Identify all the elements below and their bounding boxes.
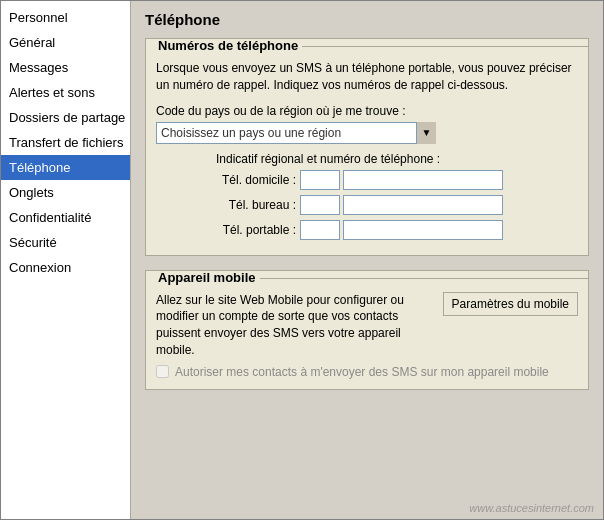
phone-row-portable: Tél. portable : bbox=[196, 220, 578, 240]
section-mobile: Appareil mobile Allez sur le site Web Mo… bbox=[145, 270, 589, 390]
sidebar-item-alertes[interactable]: Alertes et sons bbox=[1, 80, 130, 105]
phone-description: Lorsque vous envoyez un SMS à un télépho… bbox=[156, 60, 578, 94]
sidebar-item-onglets[interactable]: Onglets bbox=[1, 180, 130, 205]
sms-checkbox-label: Autoriser mes contacts à m'envoyer des S… bbox=[175, 365, 549, 379]
phone-portable-number-input[interactable] bbox=[343, 220, 503, 240]
phone-portable-label: Tél. portable : bbox=[196, 223, 296, 237]
phone-portable-area-input[interactable] bbox=[300, 220, 340, 240]
country-dropdown-container: Choisissez un pays ou une région ▼ bbox=[156, 122, 436, 144]
phone-row-bureau: Tél. bureau : bbox=[196, 195, 578, 215]
country-select[interactable]: Choisissez un pays ou une région bbox=[156, 122, 436, 144]
main-content: Téléphone Numéros de téléphone Lorsque v… bbox=[131, 1, 603, 519]
phone-bureau-area-input[interactable] bbox=[300, 195, 340, 215]
section-divider bbox=[302, 46, 588, 47]
section-mobile-divider bbox=[260, 278, 588, 279]
sidebar-item-telephone[interactable]: Téléphone bbox=[1, 155, 130, 180]
section-mobile-legend: Appareil mobile bbox=[154, 270, 260, 285]
phone-domicile-area-input[interactable] bbox=[300, 170, 340, 190]
sidebar: Personnel Général Messages Alertes et so… bbox=[1, 1, 131, 519]
mobile-content: Allez sur le site Web Mobile pour config… bbox=[146, 292, 588, 359]
section-phone-numbers: Numéros de téléphone Lorsque vous envoye… bbox=[145, 38, 589, 256]
sidebar-item-dossiers[interactable]: Dossiers de partage bbox=[1, 105, 130, 130]
sidebar-item-confidentialite[interactable]: Confidentialité bbox=[1, 205, 130, 230]
page-title: Téléphone bbox=[145, 11, 589, 28]
phone-row-domicile: Tél. domicile : bbox=[196, 170, 578, 190]
phone-bureau-label: Tél. bureau : bbox=[196, 198, 296, 212]
sidebar-item-personnel[interactable]: Personnel bbox=[1, 5, 130, 30]
mobile-settings-button[interactable]: Paramètres du mobile bbox=[443, 292, 578, 316]
sidebar-item-connexion[interactable]: Connexion bbox=[1, 255, 130, 280]
sidebar-item-messages[interactable]: Messages bbox=[1, 55, 130, 80]
sidebar-item-securite[interactable]: Sécurité bbox=[1, 230, 130, 255]
phone-domicile-label: Tél. domicile : bbox=[196, 173, 296, 187]
watermark: www.astucesinternet.com bbox=[469, 502, 594, 514]
country-label: Code du pays ou de la région où je me tr… bbox=[156, 104, 578, 118]
indicatif-label: Indicatif régional et numéro de téléphon… bbox=[216, 152, 578, 166]
sidebar-item-transfert[interactable]: Transfert de fichiers bbox=[1, 130, 130, 155]
checkbox-row: Autoriser mes contacts à m'envoyer des S… bbox=[146, 359, 588, 379]
mobile-description: Allez sur le site Web Mobile pour config… bbox=[156, 292, 433, 359]
phone-bureau-number-input[interactable] bbox=[343, 195, 503, 215]
phone-domicile-number-input[interactable] bbox=[343, 170, 503, 190]
sidebar-item-general[interactable]: Général bbox=[1, 30, 130, 55]
sms-checkbox[interactable] bbox=[156, 365, 169, 378]
section-phone-legend: Numéros de téléphone bbox=[154, 38, 302, 53]
